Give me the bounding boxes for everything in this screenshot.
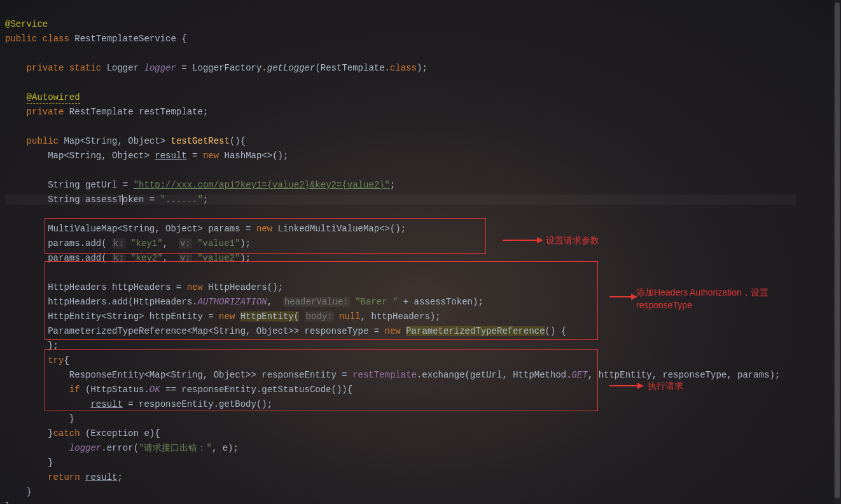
- param-hint: k:: [112, 238, 125, 249]
- logger-var: logger: [144, 63, 176, 73]
- method-name: testGetRest: [170, 136, 229, 146]
- annotation-autowired: @Autowired: [27, 92, 80, 104]
- code-editor[interactable]: @Service public class RestTemplateServic…: [0, 0, 841, 504]
- scrollbar-thumb[interactable]: [835, 3, 840, 498]
- url-string: "http://xxx.com/api?key1={value2}&key2={…: [134, 180, 390, 190]
- kw-class: class: [43, 34, 69, 44]
- annotation-service: @Service: [5, 19, 48, 29]
- class-name: RestTemplateService: [74, 34, 176, 44]
- vertical-scrollbar[interactable]: [833, 0, 841, 504]
- kw-public: public: [5, 34, 37, 44]
